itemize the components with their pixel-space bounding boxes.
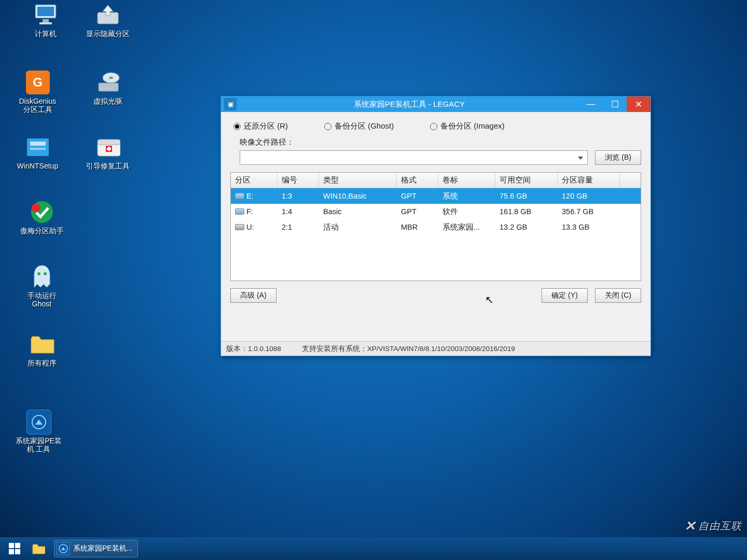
svg-point-14	[109, 77, 113, 79]
ok-button[interactable]: 确定 (Y)	[542, 288, 588, 303]
radio-restore[interactable]: 还原分区 (R)	[233, 121, 288, 131]
taskbar-item-pe-tool[interactable]: 系统家园PE装机...	[54, 540, 138, 557]
disk-drive-icon	[235, 193, 244, 199]
cell-number: 2:1	[278, 223, 319, 231]
browse-button[interactable]: 浏览 (B)	[595, 150, 641, 165]
usb-drive-icon	[235, 224, 244, 230]
cell-free: 75.6 GB	[495, 192, 558, 200]
radio-label: 备份分区 (Imagex)	[440, 121, 504, 131]
desktop-icon-label: 所有程序	[15, 359, 69, 367]
cell-size: 356.7 GB	[558, 207, 620, 216]
titlebar[interactable]: ▣ 系统家园PE装机工具 - LEGACY — ☐ ✕	[221, 96, 651, 112]
aomei-icon	[30, 200, 54, 225]
svg-point-8	[32, 204, 40, 212]
desktop-icon-label: WinNTSetup	[10, 162, 65, 170]
svg-rect-15	[99, 83, 118, 91]
cell-format: GPT	[397, 207, 438, 216]
svg-rect-21	[9, 543, 14, 548]
svg-rect-3	[39, 22, 52, 24]
close-window-button[interactable]: 关闭 (C)	[595, 288, 641, 303]
cell-free: 13.2 GB	[495, 223, 558, 231]
col-number[interactable]: 编号	[278, 173, 319, 188]
svg-rect-20	[107, 148, 111, 150]
col-type[interactable]: 类型	[319, 173, 397, 188]
image-path-dropdown[interactable]	[240, 150, 588, 165]
svg-point-10	[44, 272, 47, 275]
pe-tool-icon	[26, 410, 51, 435]
col-partition[interactable]: 分区	[231, 173, 278, 188]
desktop-icon-winntsetup[interactable]: WinNTSetup	[10, 135, 65, 170]
cell-label: 系统家园...	[438, 222, 495, 232]
window-body: 还原分区 (R) 备份分区 (Ghost) 备份分区 (Imagex) 映像文件…	[221, 112, 651, 341]
radio-label: 备份分区 (Ghost)	[335, 121, 394, 131]
cell-size: 13.3 GB	[558, 223, 620, 231]
desktop-icon-label: 显示隐藏分区	[80, 30, 135, 38]
svg-rect-17	[98, 139, 120, 145]
svg-point-9	[37, 272, 40, 275]
version-text: 版本：1.0.0.1088	[226, 344, 281, 354]
show-hidden-partition-icon	[95, 3, 120, 27]
cell-format: GPT	[397, 192, 438, 200]
partition-table: 分区 编号 类型 格式 卷标 可用空间 分区容量 E:1:3WIN10,Basi…	[230, 172, 641, 281]
cell-size: 120 GB	[558, 192, 620, 200]
col-size[interactable]: 分区容量	[558, 173, 620, 188]
cell-partition: F:	[231, 207, 278, 216]
mode-radio-row: 还原分区 (R) 备份分区 (Ghost) 备份分区 (Imagex)	[230, 119, 641, 137]
watermark-x-icon: ✕	[684, 518, 696, 534]
desktop-icon-diskgenius[interactable]: G DiskGenius分区工具	[10, 70, 65, 114]
statusbar: 版本：1.0.0.1088 支持安装所有系统：XP/VISTA/WIN7/8/8…	[221, 341, 651, 356]
desktop-icon-show-hidden[interactable]: 显示隐藏分区	[80, 3, 135, 38]
cell-number: 1:4	[278, 207, 319, 216]
minimize-button[interactable]: —	[579, 96, 603, 112]
cell-type: Basic	[319, 207, 397, 216]
watermark: ✕ 自由互联	[684, 518, 742, 534]
cell-format: MBR	[397, 223, 438, 231]
cell-label: 系统	[438, 191, 495, 201]
maximize-button[interactable]: ☐	[603, 96, 627, 112]
taskbar: 系统家园PE装机...	[0, 537, 747, 560]
radio-dot-icon	[430, 123, 437, 130]
supports-text: 支持安装所有系统：XP/VISTA/WIN7/8/8.1/10/2003/200…	[302, 344, 645, 354]
boot-repair-icon	[95, 135, 120, 160]
close-button[interactable]: ✕	[627, 96, 651, 112]
advanced-button[interactable]: 高级 (A)	[230, 288, 276, 303]
start-button[interactable]	[3, 540, 26, 557]
cell-type: 活动	[319, 222, 397, 232]
desktop-icon-aomei[interactable]: 傲梅分区助手	[15, 200, 69, 235]
radio-label: 还原分区 (R)	[244, 121, 288, 131]
desktop-icon-allprograms[interactable]: 所有程序	[15, 332, 69, 367]
image-path-label: 映像文件路径：	[230, 137, 641, 150]
computer-icon	[33, 3, 58, 27]
svg-rect-24	[15, 549, 20, 554]
col-free[interactable]: 可用空间	[495, 173, 558, 188]
desktop-icon-ghost[interactable]: 手动运行Ghost	[15, 264, 69, 308]
radio-dot-icon	[324, 123, 331, 130]
table-row[interactable]: F:1:4BasicGPT软件161.8 GB356.7 GB	[231, 204, 641, 219]
desktop-icon-label: 手动运行Ghost	[15, 291, 69, 308]
col-format[interactable]: 格式	[397, 173, 438, 188]
desktop-icon-virtual-cd[interactable]: 虚拟光驱	[80, 70, 135, 105]
window-title: 系统家园PE装机工具 - LEGACY	[240, 100, 579, 109]
folder-icon	[30, 332, 54, 357]
desktop-icon-boot-repair[interactable]: 引导修复工具	[80, 135, 135, 170]
pe-tool-icon	[57, 542, 70, 555]
diskgenius-icon: G	[25, 70, 50, 95]
svg-rect-23	[9, 549, 14, 554]
desktop-icon-pe-tool[interactable]: 系统家园PE装机 工具	[11, 410, 66, 453]
desktop-icon-label: 傲梅分区助手	[15, 227, 69, 235]
svg-rect-1	[37, 7, 54, 16]
cell-number: 1:3	[278, 192, 319, 200]
image-path-row: 浏览 (B)	[230, 150, 641, 172]
col-label[interactable]: 卷标	[438, 173, 495, 188]
desktop-icon-label: 虚拟光驱	[80, 97, 135, 105]
table-row[interactable]: E:1:3WIN10,BasicGPT系统75.6 GB120 GB	[231, 188, 641, 204]
desktop-icon-computer[interactable]: 计算机	[18, 3, 73, 38]
radio-backup-ghost[interactable]: 备份分区 (Ghost)	[324, 121, 394, 131]
table-row[interactable]: U:2:1活动MBR系统家园...13.2 GB13.3 GB	[231, 219, 641, 235]
watermark-text: 自由互联	[698, 519, 742, 533]
svg-rect-4	[27, 138, 49, 156]
desktop-icon-label: 引导修复工具	[80, 162, 135, 170]
radio-backup-imagex[interactable]: 备份分区 (Imagex)	[430, 121, 504, 131]
taskbar-item-explorer[interactable]	[29, 540, 51, 557]
cell-free: 161.8 GB	[495, 207, 558, 216]
